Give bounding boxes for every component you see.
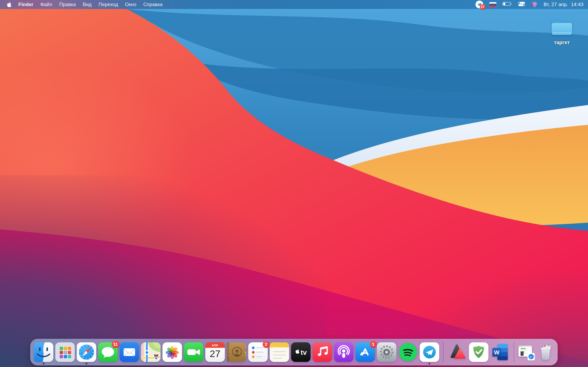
dock-item-spotify[interactable] (398, 342, 418, 362)
menu-go[interactable]: Переход (99, 2, 118, 7)
running-indicator (86, 363, 87, 365)
dock-item-system-preferences[interactable] (377, 342, 397, 362)
svg-text:280: 280 (155, 356, 158, 359)
menu-bar-status: 17 (476, 1, 584, 8)
dock-item-microsoft-word[interactable]: W (490, 342, 510, 362)
close-icon (519, 346, 520, 347)
dock-item-messages[interactable]: 11 (98, 342, 118, 362)
finder-icon (34, 342, 53, 362)
messages-badge: 11 (112, 341, 120, 348)
wallpaper-big-sur (0, 0, 588, 367)
menu-help[interactable]: Справка (143, 2, 163, 7)
svg-text:tv: tv (301, 349, 307, 356)
menu-view[interactable]: Вид (83, 2, 91, 7)
folder-icon (550, 17, 574, 37)
zoom-icon (521, 346, 522, 347)
dock-item-maps[interactable]: 280 (141, 342, 161, 362)
svg-text:АПР.: АПР. (212, 344, 218, 347)
dock-item-safari[interactable] (77, 342, 96, 362)
running-indicator (43, 363, 44, 365)
spotify-icon (398, 342, 418, 362)
dock-item-facetime[interactable] (184, 342, 204, 362)
control-center-icon[interactable] (518, 1, 525, 8)
thumbnail-content (521, 348, 526, 349)
flag-stripe-blue (489, 4, 496, 5)
svg-text:27: 27 (210, 348, 220, 359)
dock-item-telegram[interactable] (420, 342, 439, 362)
dock-item-podcasts[interactable] (334, 342, 354, 362)
flag-stripe-red (489, 5, 496, 7)
dock-item-adguard[interactable] (469, 342, 489, 362)
dock-item-photos[interactable] (163, 342, 182, 362)
thumbnail-line (521, 350, 531, 350)
notes-icon (270, 342, 289, 362)
contacts-icon (227, 342, 246, 362)
podcasts-icon (334, 342, 354, 362)
menu-bar-left: Finder Файл Правка Вид Переход Окно Спра… (7, 2, 163, 7)
dock-item-contacts[interactable] (227, 342, 246, 362)
menu-edit[interactable]: Правка (59, 2, 76, 7)
word-icon: W (490, 342, 510, 362)
window-titlebar (519, 346, 532, 347)
dock: 11 (30, 339, 558, 365)
dock-item-trash[interactable] (537, 342, 554, 362)
dock-item-gemini-triangles-app[interactable] (448, 342, 467, 362)
dock-item-calendar[interactable]: АПР. 27 (205, 342, 225, 362)
minimize-icon (520, 346, 521, 347)
dock-item-mail[interactable] (120, 342, 139, 362)
flag-stripe-white (489, 2, 496, 4)
reminders-badge: 2 (263, 341, 270, 348)
macos-desktop: Finder Файл Правка Вид Переход Окно Спра… (0, 0, 588, 367)
dock-item-reminders[interactable]: 2 (248, 342, 268, 362)
calendar-icon: АПР. 27 (205, 342, 225, 362)
dock-separator (443, 342, 444, 362)
siri-icon[interactable] (531, 1, 537, 8)
menu-app-finder[interactable]: Finder (18, 2, 33, 7)
mail-icon (120, 342, 139, 362)
adguard-shield-icon (469, 342, 489, 362)
apple-tv-icon: tv (291, 342, 311, 362)
telegram-status-icon[interactable]: 17 (476, 1, 483, 8)
desktop-folder-target[interactable]: таргет (548, 17, 575, 45)
dock-item-minimized-safari-window[interactable] (518, 342, 535, 362)
input-language-flag-icon[interactable] (489, 2, 496, 7)
menu-window[interactable]: Окно (125, 2, 136, 7)
photos-icon (163, 342, 182, 362)
facetime-icon (184, 342, 204, 362)
running-indicator (429, 363, 430, 365)
trash-full-icon (537, 342, 554, 362)
safari-badge-icon (527, 353, 535, 360)
dock-item-apple-tv[interactable]: tv (291, 342, 311, 362)
menu-file[interactable]: Файл (40, 2, 52, 7)
dock-item-music[interactable] (312, 342, 332, 362)
apple-menu-icon[interactable] (7, 2, 11, 7)
battery-icon[interactable] (502, 2, 512, 7)
system-preferences-icon (377, 342, 397, 362)
telegram-icon (420, 342, 439, 362)
dock-item-notes[interactable] (270, 342, 289, 362)
maps-icon: 280 (141, 342, 161, 362)
music-icon (312, 342, 332, 362)
dock-item-finder[interactable] (34, 342, 53, 362)
menu-bar-clock[interactable]: Вт, 27 апр. 14:43 (544, 2, 584, 7)
dock-item-launchpad[interactable] (55, 342, 75, 362)
telegram-unread-badge: 17 (480, 4, 486, 10)
safari-icon (77, 342, 96, 362)
dock-item-app-store[interactable]: 1 (355, 342, 375, 362)
dock-separator (514, 342, 514, 362)
app-store-badge: 1 (370, 341, 377, 348)
folder-label: таргет (548, 40, 575, 45)
launchpad-icon (55, 342, 75, 362)
svg-text:W: W (494, 349, 500, 356)
gemini-triangles-icon (448, 342, 467, 362)
menu-bar: Finder Файл Правка Вид Переход Окно Спра… (0, 0, 588, 9)
thumbnail-photo (521, 351, 524, 356)
